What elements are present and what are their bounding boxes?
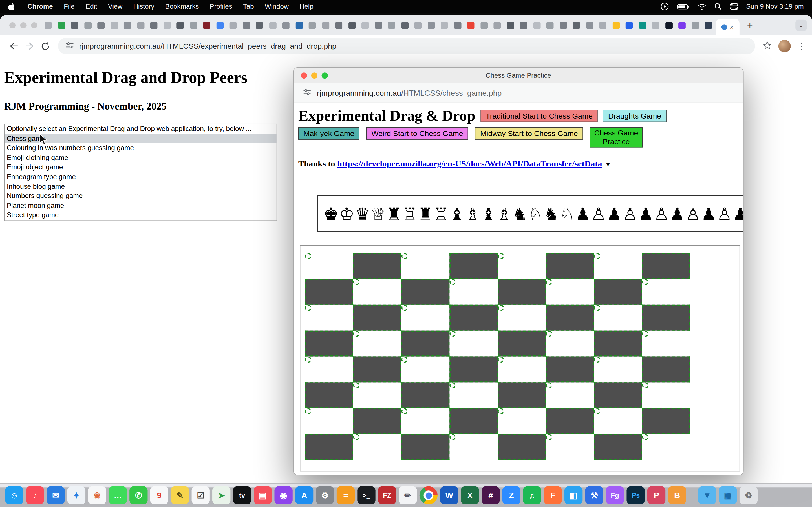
board-cell-r5c3[interactable] (449, 383, 456, 389)
chess-piece[interactable]: ♟ (669, 204, 685, 224)
pinned-tab-favicon[interactable] (507, 22, 514, 29)
pinned-tab-favicon[interactable] (480, 22, 488, 29)
spotlight-search-icon[interactable] (714, 3, 722, 10)
dock-icon-news[interactable]: ▤ (254, 487, 272, 504)
menu-tab[interactable]: Tab (243, 3, 254, 10)
pinned-tab-favicon[interactable] (705, 22, 712, 29)
dock-icon-podcasts[interactable]: ◉ (274, 487, 292, 504)
dock-icon-figma[interactable]: Fg (606, 487, 624, 504)
chess-piece[interactable]: ♛ (355, 204, 370, 224)
zoom-window-button[interactable] (31, 22, 37, 29)
chess-piece[interactable]: ♜ (386, 204, 402, 224)
pinned-tab-favicon[interactable] (243, 22, 250, 29)
popup-close-button[interactable] (301, 72, 307, 78)
chess-piece[interactable]: ♘ (528, 204, 544, 224)
board-cell-r7c0[interactable] (305, 434, 353, 460)
pinned-tab-favicon[interactable] (546, 22, 554, 29)
pinned-tab-favicon[interactable] (375, 22, 382, 29)
dock-icon-reminders[interactable]: ☑ (192, 487, 210, 504)
menu-profiles[interactable]: Profiles (210, 3, 232, 10)
chess-piece[interactable]: ♝ (480, 204, 496, 224)
select-option-emoji-clothing-game[interactable]: Emoji clothing game (5, 153, 276, 163)
dock-icon-messages[interactable]: … (109, 487, 127, 504)
chess-piece[interactable]: ♟ (638, 204, 654, 224)
chess-piece[interactable]: ♟ (575, 204, 591, 224)
board-cell-r3c1[interactable] (353, 331, 359, 337)
pinned-tab-favicon[interactable] (414, 22, 421, 29)
dock-icon-chrome[interactable] (419, 487, 438, 504)
pinned-tab-favicon[interactable] (467, 22, 474, 29)
board-cell-r0c0[interactable] (305, 253, 311, 260)
dock-icon-trash[interactable]: ♻ (740, 487, 758, 504)
board-cell-r5c6[interactable] (594, 383, 642, 408)
board-cell-r7c3[interactable] (449, 434, 456, 441)
menubar-clock[interactable]: Sun 9 Nov 3:19 pm (746, 3, 804, 10)
menu-window[interactable]: Window (265, 3, 289, 10)
board-cell-r7c2[interactable] (401, 434, 449, 460)
dock-icon-word[interactable]: W (440, 487, 458, 504)
pinned-tab-favicon[interactable] (678, 22, 686, 29)
chess-piece[interactable]: ♜ (417, 204, 434, 224)
dock-icon-mail[interactable]: ✉ (47, 487, 64, 504)
browser-menu-icon[interactable]: ⋮ (797, 41, 806, 52)
bookmark-star-icon[interactable] (762, 40, 772, 52)
board-cell-r4c1[interactable] (353, 356, 402, 383)
pinned-tab-favicon[interactable] (348, 22, 356, 29)
board-cell-r5c5[interactable] (546, 383, 552, 389)
select-option-street-type-game[interactable]: Street type game (5, 211, 276, 220)
pinned-tab-favicon[interactable] (97, 22, 105, 29)
board-cell-r6c6[interactable] (594, 408, 600, 414)
button-weird-start-to-chess-game[interactable]: Weird Start to Chess Game (366, 127, 468, 140)
select-option-optionally-select-an-experimen[interactable]: Optionally select an Experimental Drag a… (5, 124, 276, 134)
pinned-tab-favicon[interactable] (454, 22, 461, 29)
chess-piece[interactable]: ♖ (402, 204, 417, 224)
dock-icon-excel[interactable]: X (461, 487, 479, 504)
board-cell-r3c7[interactable] (642, 331, 649, 337)
pinned-tab-favicon[interactable] (296, 22, 303, 29)
pinned-tab-favicon[interactable] (124, 22, 131, 29)
menu-chrome[interactable]: Chrome (28, 3, 53, 10)
board-cell-r6c0[interactable] (305, 408, 311, 414)
apple-menu-icon[interactable] (8, 2, 15, 10)
address-bar[interactable]: rjmprogramming.com.au/HTMLCSS/experiment… (58, 38, 755, 54)
board-cell-r2c4[interactable] (498, 305, 504, 311)
menu-history[interactable]: History (133, 3, 154, 10)
mozilla-setdata-link[interactable]: https://developer.mozilla.org/en-US/docs… (337, 159, 602, 169)
dock-icon-finder[interactable]: ☺ (5, 487, 23, 504)
pinned-tab-favicon[interactable] (626, 22, 633, 29)
board-cell-r3c3[interactable] (449, 331, 456, 337)
board-cell-r0c6[interactable] (594, 253, 600, 260)
chess-piece[interactable]: ♙ (622, 204, 638, 224)
pinned-tab-favicon[interactable] (216, 22, 223, 29)
chess-piece[interactable]: ♕ (370, 204, 386, 224)
dock-icon-photoshop[interactable]: Ps (626, 487, 645, 504)
active-tab[interactable]: × (716, 18, 739, 35)
pinned-tab-favicon[interactable] (520, 22, 527, 29)
board-cell-r6c1[interactable] (353, 408, 402, 434)
dock-icon-books[interactable]: B (668, 487, 686, 504)
select-option-planet-moon-game[interactable]: Planet moon game (5, 201, 276, 211)
chess-piece[interactable]: ♙ (685, 204, 701, 224)
chess-piece[interactable]: ♝ (449, 204, 465, 224)
dock-icon-downloads-folder[interactable]: ▼ (698, 487, 716, 504)
board-cell-r2c3[interactable] (449, 305, 498, 331)
dock-icon-vscode[interactable]: ◧ (564, 487, 582, 504)
chess-piece[interactable]: ♖ (434, 204, 449, 224)
forward-button[interactable] (22, 38, 37, 54)
dock-icon-slack[interactable]: # (481, 487, 500, 504)
dock-icon-firefox[interactable]: F (544, 487, 562, 504)
dock-icon-settings[interactable]: ⚙ (316, 487, 334, 504)
board-cell-r4c4[interactable] (498, 356, 504, 363)
board-cell-r3c2[interactable] (401, 331, 449, 356)
reload-button[interactable] (37, 38, 53, 54)
popup-minimize-button[interactable] (311, 72, 317, 78)
chess-piece[interactable]: ♘ (559, 204, 575, 224)
pinned-tab-favicon[interactable] (84, 22, 91, 29)
menu-bookmarks[interactable]: Bookmarks (165, 3, 199, 10)
chess-piece[interactable]: ♞ (512, 204, 528, 224)
dock-icon-maps[interactable]: ➤ (212, 487, 231, 504)
pinned-tab-favicon[interactable] (110, 22, 118, 29)
board-cell-r1c6[interactable] (594, 279, 642, 305)
board-cell-r0c3[interactable] (449, 253, 498, 279)
board-cell-r5c4[interactable] (498, 383, 546, 408)
